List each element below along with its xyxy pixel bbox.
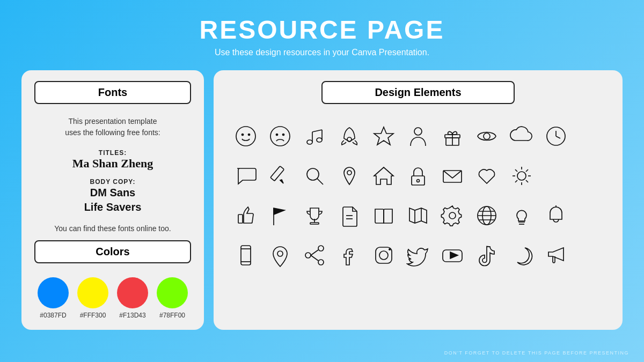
svg-point-22 (307, 168, 319, 180)
svg-line-10 (312, 130, 322, 132)
svg-point-6 (307, 140, 312, 144)
map-icon (401, 198, 435, 233)
moon-icon (504, 238, 539, 272)
music-icon (297, 119, 332, 153)
svg-point-65 (379, 251, 388, 260)
svg-point-61 (305, 253, 311, 258)
svg-point-60 (318, 260, 324, 265)
svg-marker-45 (409, 208, 427, 223)
clock-icon (539, 119, 573, 153)
bulb-icon (504, 198, 539, 233)
svg-rect-41 (310, 223, 319, 224)
swatch-hex-red: #F13D43 (119, 312, 145, 319)
design-elements-label: Design Elements (321, 81, 515, 104)
colors-section: Colors #0387FD #FFF300 #F13D43 #78FF00 (34, 240, 191, 319)
svg-rect-38 (238, 215, 243, 223)
settings-icon (435, 198, 470, 233)
cloud-icon (504, 119, 539, 153)
empty-cell-2 (539, 159, 573, 193)
svg-line-63 (311, 255, 318, 261)
right-panel: Design Elements (214, 70, 623, 330)
titles-font: Ma Shan Zheng (72, 157, 153, 171)
svg-marker-12 (374, 127, 393, 145)
fonts-label: Fonts (34, 81, 191, 104)
fonts-desc: This presentation templateuses the follo… (65, 116, 160, 138)
svg-point-13 (414, 128, 422, 135)
megaphone-icon (539, 238, 573, 272)
trophy-icon (297, 198, 332, 233)
svg-point-7 (317, 138, 322, 142)
pencil-icon (263, 159, 297, 193)
svg-line-34 (515, 169, 517, 172)
svg-line-62 (311, 250, 318, 255)
titles-label: TITLES: (99, 149, 127, 157)
star-icon (367, 119, 401, 153)
swatch-circle-green (157, 277, 188, 308)
location-icon (263, 238, 297, 272)
swatch-circle-red (117, 277, 148, 308)
svg-line-36 (526, 169, 528, 172)
svg-point-11 (347, 137, 352, 142)
sad-icon (263, 119, 297, 153)
rocket-icon (332, 119, 367, 153)
person-icon (401, 119, 435, 153)
svg-point-3 (270, 127, 290, 146)
twitter-icon (401, 238, 435, 272)
swatch-blue: #0387FD (38, 277, 69, 319)
share-icon (297, 238, 332, 272)
swatch-yellow: #FFF300 (77, 277, 108, 319)
svg-line-35 (526, 180, 528, 182)
empty-cell-1 (573, 119, 608, 153)
home-icon (367, 159, 401, 193)
color-swatches: #0387FD #FFF300 #F13D43 #78FF00 (38, 277, 188, 319)
facebook-icon (332, 238, 367, 272)
instagram-icon (367, 238, 401, 272)
svg-point-4 (276, 134, 278, 136)
swatch-circle-blue (38, 277, 69, 308)
svg-point-17 (484, 133, 490, 139)
lock-icon (401, 159, 435, 193)
svg-point-66 (389, 248, 391, 250)
book-icon (367, 198, 401, 233)
body-font2: Life Savers (84, 200, 142, 215)
icons-grid (229, 119, 608, 272)
body-label: BODY COPY: (90, 178, 136, 186)
svg-point-0 (236, 127, 255, 146)
search-icon (297, 159, 332, 193)
svg-marker-68 (450, 252, 458, 258)
pin-icon (332, 159, 367, 193)
empty-cell-4 (573, 198, 608, 233)
svg-line-20 (556, 136, 560, 138)
body-font1: DM Sans (90, 186, 135, 200)
svg-rect-26 (412, 176, 425, 185)
eye-icon (470, 119, 504, 153)
swatch-hex-yellow: #FFF300 (80, 312, 106, 319)
smile-icon (229, 119, 263, 153)
youtube-icon (435, 238, 470, 272)
svg-line-37 (515, 180, 517, 182)
swatch-hex-blue: #0387FD (40, 312, 66, 319)
heart-icon (470, 159, 504, 193)
page-header: RESOURCE PAGE Use these design resources… (200, 0, 445, 62)
svg-point-5 (283, 134, 284, 136)
svg-point-59 (318, 246, 324, 251)
globe-icon (470, 198, 504, 233)
svg-point-24 (347, 171, 352, 175)
page-subtitle: Use these design resources in your Canva… (200, 48, 445, 57)
svg-point-2 (248, 134, 250, 136)
mail-icon (435, 159, 470, 193)
svg-point-27 (416, 180, 419, 182)
flag-icon (263, 198, 297, 233)
svg-point-29 (517, 172, 526, 180)
svg-point-1 (242, 134, 244, 136)
page-title: RESOURCE PAGE (200, 15, 445, 45)
bell-icon (539, 198, 573, 233)
svg-point-58 (277, 251, 283, 256)
swatch-circle-yellow (77, 277, 108, 308)
svg-point-48 (449, 212, 456, 219)
swatch-hex-green: #78FF00 (159, 312, 185, 319)
main-content: Fonts This presentation templateuses the… (21, 70, 623, 330)
swatch-green: #78FF00 (157, 277, 188, 319)
colors-label: Colors (34, 240, 191, 263)
sun-icon (504, 159, 539, 193)
